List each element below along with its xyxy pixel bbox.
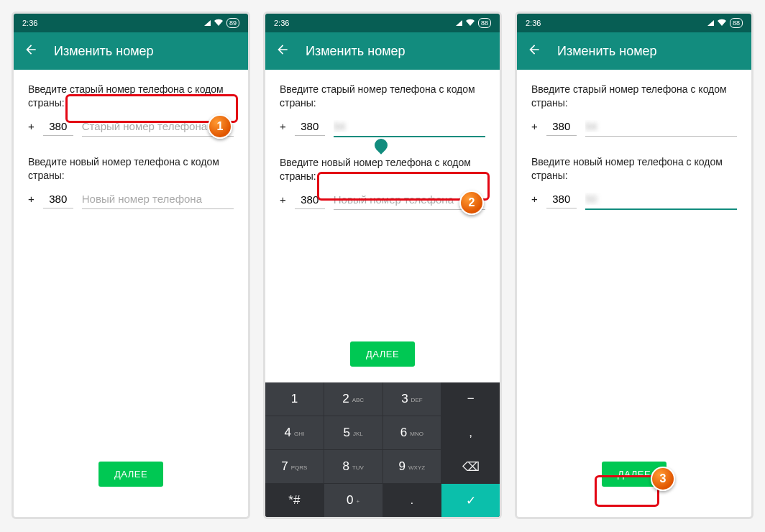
- keypad-key-2[interactable]: 2ABC: [324, 382, 382, 416]
- phone-screen-2: 2:36 88 Изменить номер Введите старый но…: [263, 12, 502, 519]
- clock: 2:36: [22, 19, 37, 27]
- new-number-row: +: [28, 193, 234, 209]
- status-bar: 2:36 89: [14, 14, 248, 32]
- keypad-key-⌫[interactable]: ⌫: [441, 450, 500, 483]
- old-country-code-input[interactable]: [295, 120, 325, 136]
- battery-icon: 88: [478, 18, 491, 28]
- step-badge-2: 2: [459, 191, 484, 215]
- clock: 2:36: [526, 19, 541, 27]
- next-button[interactable]: ДАЛЕЕ: [350, 341, 415, 367]
- app-bar: Изменить номер: [265, 32, 500, 70]
- keypad-key-8[interactable]: 8TUV: [324, 450, 382, 483]
- status-icons: 89: [204, 18, 239, 28]
- appbar-title: Изменить номер: [306, 44, 406, 59]
- keypad-key-1[interactable]: 1: [265, 382, 324, 416]
- appbar-title: Изменить номер: [54, 44, 154, 59]
- keypad-key-0[interactable]: 0+: [324, 484, 382, 517]
- old-number-row: +: [280, 120, 485, 137]
- phone-screen-3: 2:36 88 Изменить номер Введите старый но…: [515, 12, 753, 519]
- wifi-icon: [214, 19, 223, 27]
- new-phone-input[interactable]: [585, 193, 737, 210]
- old-number-row: +: [28, 120, 234, 137]
- old-number-label: Введите старый номер телефона с кодом ст…: [531, 83, 737, 110]
- appbar-title: Изменить номер: [557, 44, 657, 59]
- old-country-code-input[interactable]: [546, 120, 577, 136]
- keypad-key-7[interactable]: 7PQRS: [265, 450, 324, 483]
- new-phone-input[interactable]: [82, 193, 234, 209]
- text-cursor-handle-icon[interactable]: [372, 136, 390, 154]
- keypad-key-5[interactable]: 5JKL: [324, 416, 382, 449]
- old-number-row: +: [531, 120, 737, 137]
- plus-sign: +: [531, 120, 538, 132]
- new-number-row: +: [280, 193, 485, 210]
- new-country-code-input[interactable]: [546, 193, 577, 208]
- back-icon[interactable]: [527, 42, 541, 60]
- content-area: Введите старый номер телефона с кодом ст…: [517, 70, 751, 517]
- battery-icon: 89: [226, 18, 239, 28]
- clock: 2:36: [274, 19, 289, 27]
- keypad-key-6[interactable]: 6MNO: [383, 416, 441, 449]
- status-icons: 88: [707, 18, 743, 28]
- wifi-icon: [466, 19, 475, 27]
- back-icon[interactable]: [24, 42, 38, 60]
- old-phone-input[interactable]: [585, 120, 737, 137]
- keypad-key-*#[interactable]: *#: [265, 484, 324, 517]
- next-button[interactable]: ДАЛЕЕ: [99, 462, 163, 487]
- plus-sign: +: [28, 120, 35, 132]
- new-number-label: Введите новый номер телефона с кодом стр…: [531, 155, 737, 183]
- battery-icon: 88: [730, 18, 743, 28]
- status-bar: 2:36 88: [517, 14, 751, 32]
- new-country-code-input[interactable]: [43, 193, 73, 208]
- plus-sign: +: [280, 120, 286, 132]
- old-country-code-input[interactable]: [43, 120, 73, 136]
- step-badge-1: 1: [208, 114, 232, 139]
- keypad-key-−[interactable]: −: [441, 382, 500, 416]
- keypad-key-.[interactable]: .: [383, 484, 441, 517]
- keypad-key-3[interactable]: 3DEF: [383, 382, 441, 416]
- status-bar: 2:36 88: [265, 14, 500, 32]
- app-bar: Изменить номер: [14, 32, 248, 70]
- numeric-keypad: 12ABC3DEF−4GHI5JKL6MNO,7PQRS8TUV9WXYZ⌫*#…: [265, 382, 500, 517]
- keypad-key-,[interactable]: ,: [441, 416, 500, 449]
- back-icon[interactable]: [275, 42, 290, 60]
- keypad-key-4[interactable]: 4GHI: [265, 416, 324, 449]
- keypad-key-✓[interactable]: ✓: [441, 484, 500, 517]
- keypad-key-9[interactable]: 9WXYZ: [383, 450, 441, 483]
- old-phone-input[interactable]: [334, 120, 485, 137]
- new-number-row: +: [531, 193, 737, 210]
- new-number-label: Введите новый номер телефона с кодом стр…: [280, 156, 485, 183]
- phone-screen-1: 2:36 89 Изменить номер Введите старый но…: [12, 12, 250, 519]
- content-area: Введите старый номер телефона с кодом ст…: [14, 70, 248, 517]
- new-country-code-input[interactable]: [295, 193, 325, 209]
- status-icons: 88: [456, 18, 491, 28]
- plus-sign: +: [531, 193, 538, 205]
- plus-sign: +: [28, 193, 35, 205]
- wifi-icon: [718, 19, 726, 27]
- signal-icon: [456, 20, 462, 26]
- new-number-label: Введите новый номер телефона с кодом стр…: [28, 155, 234, 183]
- signal-icon: [707, 20, 714, 26]
- signal-icon: [204, 20, 211, 26]
- content-area: Введите старый номер телефона с кодом ст…: [265, 70, 500, 382]
- old-number-label: Введите старый номер телефона с кодом ст…: [28, 83, 234, 110]
- plus-sign: +: [280, 193, 286, 206]
- step-badge-3: 3: [651, 467, 675, 491]
- app-bar: Изменить номер: [517, 32, 751, 70]
- old-number-label: Введите старый номер телефона с кодом ст…: [280, 83, 485, 110]
